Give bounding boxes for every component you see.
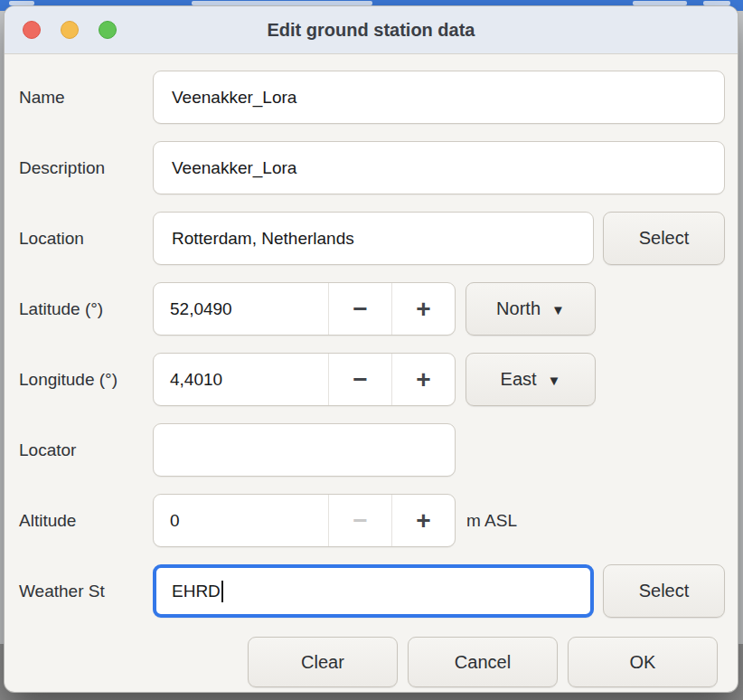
text-cursor bbox=[221, 581, 223, 602]
name-row: Name Veenakker_Lora bbox=[17, 71, 725, 124]
altitude-input[interactable]: 0 bbox=[154, 495, 328, 546]
edit-ground-station-dialog: Edit ground station data Name Veenakker_… bbox=[4, 5, 738, 693]
chevron-down-icon: ▼ bbox=[548, 373, 561, 388]
weather-station-select-button[interactable]: Select bbox=[603, 564, 725, 618]
locator-label: Locator bbox=[17, 440, 153, 460]
latitude-label: Latitude (°) bbox=[17, 299, 153, 319]
latitude-row: Latitude (°) 52,0490 − + North ▼ bbox=[17, 282, 725, 336]
latitude-direction-dropdown[interactable]: North ▼ bbox=[466, 282, 596, 336]
longitude-decrement-button[interactable]: − bbox=[328, 354, 391, 405]
latitude-increment-button[interactable]: + bbox=[391, 283, 455, 335]
altitude-decrement-button: − bbox=[328, 495, 391, 546]
form: Name Veenakker_Lora Description Veenakke… bbox=[5, 54, 738, 687]
name-input[interactable]: Veenakker_Lora bbox=[153, 71, 725, 124]
name-label: Name bbox=[17, 88, 153, 108]
description-row: Description Veenakker_Lora bbox=[17, 141, 725, 194]
longitude-stepper: 4,4010 − + bbox=[153, 353, 456, 406]
longitude-increment-button[interactable]: + bbox=[391, 354, 455, 405]
clear-button[interactable]: Clear bbox=[248, 637, 398, 687]
weather-station-label: Weather St bbox=[17, 582, 153, 601]
footer-buttons: Clear Cancel OK bbox=[17, 635, 725, 687]
weather-station-input[interactable]: EHRD bbox=[153, 564, 594, 618]
longitude-direction-value: East bbox=[501, 369, 537, 390]
altitude-label: Altitude bbox=[17, 511, 153, 531]
longitude-direction-dropdown[interactable]: East ▼ bbox=[466, 353, 596, 406]
altitude-stepper: 0 − + bbox=[153, 494, 456, 547]
cancel-button[interactable]: Cancel bbox=[408, 637, 558, 687]
location-row: Location Rotterdam, Netherlands Select bbox=[17, 212, 725, 265]
weather-station-value: EHRD bbox=[172, 582, 221, 601]
longitude-label: Longitude (°) bbox=[17, 370, 153, 390]
altitude-unit-label: m ASL bbox=[466, 511, 517, 531]
weather-station-row: Weather St EHRD Select bbox=[17, 564, 725, 618]
latitude-decrement-button[interactable]: − bbox=[328, 283, 391, 335]
locator-row: Locator bbox=[17, 423, 725, 477]
close-button[interactable] bbox=[23, 21, 41, 39]
description-label: Description bbox=[17, 158, 153, 178]
latitude-stepper: 52,0490 − + bbox=[153, 282, 456, 336]
chevron-down-icon: ▼ bbox=[551, 302, 565, 317]
latitude-input[interactable]: 52,0490 bbox=[154, 283, 328, 335]
altitude-row: Altitude 0 − + m ASL bbox=[17, 494, 725, 547]
zoom-button[interactable] bbox=[99, 21, 117, 39]
latitude-direction-value: North bbox=[496, 298, 541, 319]
longitude-row: Longitude (°) 4,4010 − + East ▼ bbox=[17, 353, 725, 406]
traffic-lights bbox=[5, 21, 117, 39]
title-bar[interactable]: Edit ground station data bbox=[5, 6, 738, 54]
ok-button[interactable]: OK bbox=[568, 637, 718, 687]
longitude-input[interactable]: 4,4010 bbox=[154, 354, 328, 405]
location-input[interactable]: Rotterdam, Netherlands bbox=[153, 212, 594, 265]
locator-input[interactable] bbox=[153, 423, 456, 477]
location-label: Location bbox=[17, 229, 153, 249]
description-input[interactable]: Veenakker_Lora bbox=[153, 141, 725, 194]
location-select-button[interactable]: Select bbox=[603, 212, 725, 265]
minimize-button[interactable] bbox=[61, 21, 79, 39]
altitude-increment-button[interactable]: + bbox=[391, 495, 455, 546]
